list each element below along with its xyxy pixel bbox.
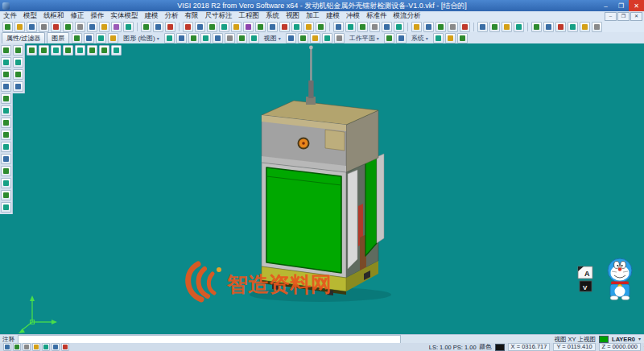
group-label-workplane[interactable]: 工作平面 ▾ bbox=[349, 34, 379, 43]
mdi-restore-button[interactable]: ❐ bbox=[617, 12, 630, 21]
toolbar-icon[interactable] bbox=[489, 22, 500, 32]
left-toolbar-icon[interactable] bbox=[1, 45, 11, 56]
left-toolbar-icon[interactable] bbox=[1, 178, 11, 188]
toolbar-icon[interactable] bbox=[448, 22, 458, 32]
left-toolbar-icon[interactable] bbox=[1, 118, 11, 128]
menu-item[interactable]: 有限 bbox=[182, 11, 202, 21]
viewport-toolbar-icon[interactable] bbox=[51, 45, 61, 56]
toolbar-icon[interactable] bbox=[333, 22, 344, 32]
toolbar-icon[interactable] bbox=[514, 22, 524, 32]
toolbar-icon[interactable] bbox=[345, 22, 356, 32]
layer-color-swatch[interactable] bbox=[599, 336, 609, 343]
maximize-button[interactable]: ❐ bbox=[613, 0, 629, 11]
toolbar-icon[interactable] bbox=[298, 33, 308, 43]
menu-item[interactable]: 标准件 bbox=[363, 11, 390, 21]
toolbar-icon[interactable] bbox=[183, 22, 193, 32]
toolbar-icon[interactable] bbox=[267, 22, 278, 32]
toolbar-icon[interactable] bbox=[457, 33, 468, 43]
toolbar-icon[interactable] bbox=[213, 33, 223, 43]
toolbar-icon[interactable] bbox=[87, 22, 97, 32]
toolbar-icon[interactable] bbox=[200, 33, 211, 43]
chevron-down-icon[interactable]: ▾ bbox=[638, 337, 641, 341]
viewport-toolbar-icon[interactable] bbox=[63, 45, 73, 56]
toolbar-icon[interactable] bbox=[334, 33, 345, 43]
viewport-toolbar-icon[interactable] bbox=[39, 45, 49, 56]
status-toolbar-icon[interactable] bbox=[32, 343, 40, 351]
viewport-toolbar-icon[interactable] bbox=[111, 45, 122, 56]
menu-item[interactable]: 线框和 bbox=[40, 11, 68, 21]
toolbar-icon[interactable] bbox=[153, 22, 163, 32]
antenna-collar[interactable] bbox=[308, 81, 313, 98]
toolbar-icon[interactable] bbox=[27, 22, 37, 32]
toolbar-icon[interactable] bbox=[580, 22, 590, 32]
status-toolbar-icon[interactable] bbox=[42, 343, 50, 351]
left-toolbar-icon[interactable] bbox=[13, 81, 23, 92]
toolbar-icon[interactable] bbox=[51, 22, 61, 32]
menu-item[interactable]: 冲模 bbox=[343, 11, 363, 21]
close-button[interactable]: ✕ bbox=[629, 0, 644, 11]
toolbar-icon[interactable] bbox=[445, 33, 456, 43]
viewport-3d[interactable]: 智造资料网 bbox=[0, 43, 644, 334]
menu-item[interactable]: 视图 bbox=[283, 11, 303, 21]
machine-side-white-strip[interactable] bbox=[348, 170, 357, 269]
menu-item[interactable]: 系统 bbox=[262, 11, 283, 21]
menu-item[interactable]: 操作 bbox=[88, 11, 108, 21]
left-toolbar-icon[interactable] bbox=[1, 142, 11, 152]
menu-item[interactable]: 实体模型 bbox=[108, 11, 142, 21]
toolbar-icon[interactable] bbox=[357, 22, 368, 32]
left-toolbar-icon[interactable] bbox=[1, 69, 11, 80]
left-toolbar-icon[interactable] bbox=[1, 190, 11, 200]
left-toolbar-icon[interactable] bbox=[1, 154, 11, 164]
toolbar-icon[interactable] bbox=[502, 22, 512, 32]
view-name-label[interactable]: 视图 XY 上视图 bbox=[555, 336, 597, 344]
toolbar-icon[interactable] bbox=[316, 22, 326, 32]
toolbar-icon[interactable] bbox=[531, 22, 542, 32]
toolbar-icon[interactable] bbox=[219, 22, 229, 32]
toolbar-icon[interactable] bbox=[286, 33, 296, 43]
toolbar-icon[interactable] bbox=[39, 22, 49, 32]
toolbar-icon[interactable] bbox=[99, 22, 109, 32]
ribbon-tab[interactable]: 图层 bbox=[47, 32, 69, 43]
toolbar-icon[interactable] bbox=[555, 22, 566, 32]
menu-item[interactable]: 文件 bbox=[0, 11, 20, 21]
ribbon-tab[interactable]: 属性/过滤器 bbox=[2, 32, 45, 43]
status-toolbar-icon[interactable] bbox=[52, 343, 60, 351]
status-toolbar-icon[interactable] bbox=[61, 343, 69, 351]
machine-side-green-panel[interactable] bbox=[365, 157, 377, 256]
toolbar-icon[interactable] bbox=[279, 22, 290, 32]
toolbar-icon[interactable] bbox=[207, 22, 217, 32]
group-label-system[interactable]: 系统 ▾ bbox=[411, 34, 428, 43]
toolbar-icon[interactable] bbox=[433, 33, 444, 43]
menu-item[interactable]: 加工 bbox=[303, 11, 323, 21]
menu-item[interactable]: 建模 bbox=[323, 11, 343, 21]
toolbar-icon[interactable] bbox=[176, 33, 187, 43]
left-toolbar-icon[interactable] bbox=[1, 202, 11, 213]
left-toolbar-icon[interactable] bbox=[13, 69, 23, 80]
toolbar-icon[interactable] bbox=[237, 33, 247, 43]
left-toolbar-icon[interactable] bbox=[1, 81, 11, 92]
toolbar-icon[interactable] bbox=[84, 33, 94, 43]
toolbar-icon[interactable] bbox=[568, 22, 578, 32]
toolbar-icon[interactable] bbox=[164, 33, 175, 43]
left-toolbar-icon[interactable] bbox=[1, 166, 11, 176]
menu-item[interactable]: 模型 bbox=[20, 11, 40, 21]
status-toolbar-icon[interactable] bbox=[23, 343, 31, 351]
viewport-toolbar-icon[interactable] bbox=[75, 45, 85, 56]
toolbar-icon[interactable] bbox=[111, 22, 122, 32]
toolbar-icon[interactable] bbox=[225, 33, 235, 43]
menu-item[interactable]: 工程图 bbox=[236, 11, 263, 21]
toolbar-icon[interactable] bbox=[384, 33, 394, 43]
toolbar-icon[interactable] bbox=[394, 22, 404, 32]
toolbar-icon[interactable] bbox=[369, 22, 380, 32]
current-color-swatch[interactable] bbox=[495, 344, 505, 351]
status-toolbar-icon[interactable] bbox=[3, 343, 11, 351]
toolbar-icon[interactable] bbox=[423, 22, 434, 32]
viewport-toolbar-icon[interactable] bbox=[87, 45, 97, 56]
menu-item[interactable]: 尺寸标注 bbox=[202, 11, 236, 21]
toolbar-icon[interactable] bbox=[75, 22, 85, 32]
left-toolbar-icon[interactable] bbox=[1, 130, 11, 140]
toolbar-icon[interactable] bbox=[108, 33, 118, 43]
toolbar-icon[interactable] bbox=[243, 22, 254, 32]
toolbar-icon[interactable] bbox=[2, 22, 13, 32]
left-toolbar-icon[interactable] bbox=[13, 57, 23, 68]
